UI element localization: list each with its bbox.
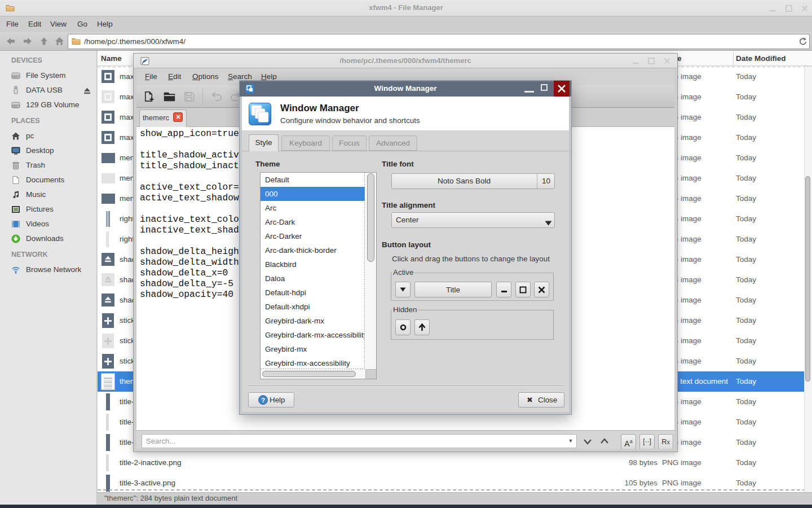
svg-text:?: ? [261, 397, 265, 404]
